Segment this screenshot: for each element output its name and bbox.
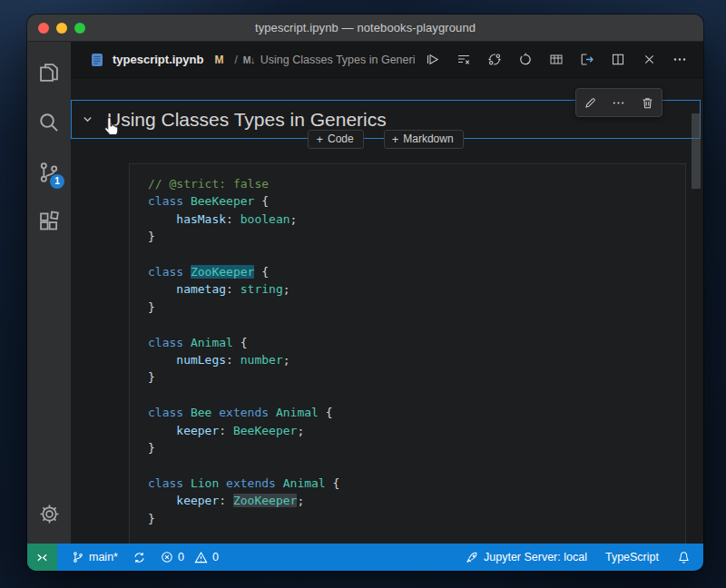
- code-line[interactable]: class BeeKeeper {: [148, 192, 685, 210]
- mouse-cursor-hand: [102, 116, 122, 138]
- title-bar: typescript.ipynb — notebooks-playground: [27, 15, 703, 42]
- notifications-button[interactable]: [677, 551, 691, 564]
- warning-icon: [194, 551, 208, 564]
- cell-hover-toolbar: [575, 88, 662, 117]
- plus-icon: +: [316, 133, 323, 145]
- add-markdown-cell-button[interactable]: + Markdown: [384, 130, 464, 149]
- remote-indicator[interactable]: [27, 544, 57, 571]
- problems-status[interactable]: 0 0: [161, 551, 219, 564]
- code-line[interactable]: }: [148, 368, 685, 386]
- error-count: 0: [178, 551, 184, 564]
- search-icon: [37, 111, 61, 134]
- split-editor-button[interactable]: [611, 53, 625, 67]
- code-line[interactable]: class Animal {: [148, 334, 685, 351]
- sidebar-item-extensions[interactable]: [27, 197, 71, 247]
- status-bar: main* 0: [27, 544, 703, 571]
- code-line[interactable]: class Bee extends Animal {: [148, 404, 685, 421]
- files-icon: [37, 61, 61, 84]
- kernel-sync-button[interactable]: [487, 53, 502, 67]
- notebook-toolbar: typescript.ipynb M / M↓ Using Classes Ty…: [71, 42, 703, 78]
- code-line[interactable]: [148, 457, 685, 475]
- delete-cell-button[interactable]: [637, 93, 657, 113]
- notebook-actions: [426, 53, 687, 67]
- breadcrumb-file-name[interactable]: typescript.ipynb: [113, 53, 203, 66]
- plus-icon: +: [392, 133, 399, 145]
- breadcrumb-separator: /: [234, 54, 237, 66]
- clear-outputs-button[interactable]: [456, 53, 471, 67]
- insert-cell-toolbar: + Code + Markdown: [71, 130, 701, 149]
- edit-cell-button[interactable]: [581, 93, 601, 113]
- error-icon: [161, 551, 173, 564]
- desktop-background: typescript.ipynb — notebooks-playground: [0, 0, 726, 588]
- code-line[interactable]: class ZooKeeper {: [148, 263, 685, 280]
- code-line[interactable]: nametag: string;: [148, 280, 685, 298]
- gear-icon: [38, 503, 61, 525]
- more-actions-button[interactable]: [672, 53, 687, 67]
- code-line[interactable]: hasMask: boolean;: [148, 211, 685, 228]
- code-cell[interactable]: // @strict: falseclass BeeKeeper { hasMa…: [129, 163, 686, 544]
- sync-icon: [132, 551, 146, 564]
- code-line[interactable]: keeper: BeeKeeper;: [148, 422, 685, 439]
- language-mode[interactable]: TypeScript: [605, 551, 659, 564]
- code-line[interactable]: [148, 246, 685, 263]
- markdown-cell-icon: M↓: [243, 54, 255, 65]
- more-cell-actions-button[interactable]: [609, 93, 629, 113]
- remote-icon: [35, 551, 49, 564]
- code-line[interactable]: class Lion extends Animal {: [148, 475, 685, 492]
- add-code-cell-button[interactable]: + Code: [308, 130, 363, 149]
- git-branch-status[interactable]: main*: [72, 551, 118, 564]
- chevron-down-icon[interactable]: [80, 112, 95, 127]
- settings-button[interactable]: [27, 493, 71, 534]
- variables-button[interactable]: [549, 53, 564, 67]
- close-icon[interactable]: [642, 53, 656, 67]
- sync-status[interactable]: [132, 551, 146, 564]
- code-line[interactable]: [148, 387, 685, 404]
- sidebar-item-source-control[interactable]: 1: [27, 147, 71, 197]
- export-button[interactable]: [580, 53, 594, 67]
- code-line[interactable]: }: [148, 439, 685, 456]
- extensions-icon: [37, 211, 61, 234]
- git-modified-badge: M: [214, 54, 223, 66]
- activity-bar: 1: [27, 42, 71, 544]
- code-line[interactable]: }: [148, 228, 685, 245]
- code-line[interactable]: }: [148, 510, 685, 527]
- bell-icon: [677, 551, 691, 564]
- markdown-heading: Using Classes Types in Generics: [107, 109, 387, 131]
- run-all-button[interactable]: [426, 53, 440, 67]
- branch-icon: [72, 551, 84, 564]
- jupyter-server-status[interactable]: Jupyter Server: local: [466, 551, 587, 564]
- sidebar-item-search[interactable]: [27, 97, 71, 147]
- source-control-badge: 1: [50, 174, 64, 189]
- warning-count: 0: [212, 551, 219, 564]
- breadcrumb-cell-title[interactable]: Using Classes Types in Generi: [260, 54, 416, 66]
- vscode-window: typescript.ipynb — notebooks-playground: [27, 15, 703, 571]
- notebook-editor: Using Classes Types in Generics: [71, 78, 703, 544]
- vertical-scrollbar[interactable]: [692, 113, 701, 189]
- code-line[interactable]: [148, 316, 685, 333]
- notebook-file-icon: [91, 53, 103, 67]
- restart-button[interactable]: [518, 53, 533, 67]
- rocket-icon: [466, 551, 479, 564]
- code-editor[interactable]: // @strict: falseclass BeeKeeper { hasMa…: [130, 164, 685, 527]
- window-title: typescript.ipynb — notebooks-playground: [27, 21, 703, 34]
- code-line[interactable]: }: [148, 299, 685, 316]
- code-line[interactable]: keeper: ZooKeeper;: [148, 492, 685, 509]
- code-line[interactable]: // @strict: false: [148, 175, 685, 192]
- sidebar-item-explorer[interactable]: [27, 47, 71, 97]
- code-line[interactable]: numLegs: number;: [148, 351, 685, 368]
